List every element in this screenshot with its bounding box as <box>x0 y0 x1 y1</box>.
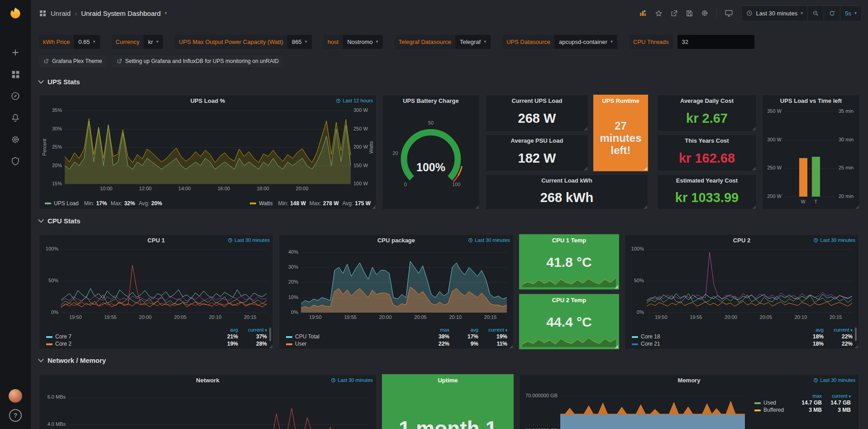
axis-tick: 25 min <box>839 165 854 170</box>
legend-sort-max[interactable]: max <box>423 327 452 333</box>
legend-sort-max[interactable]: max <box>795 393 824 399</box>
legend-series-name[interactable]: UPS Load <box>54 200 79 207</box>
series-dash <box>250 202 256 204</box>
axis-tick: 19:50 <box>305 314 326 320</box>
refresh-icon <box>829 10 835 17</box>
variable-value-dropdown[interactable]: 865▾ <box>287 35 312 49</box>
legend-scrollbar[interactable] <box>269 328 271 341</box>
dashboard-title[interactable]: Unraid System Dashboard <box>81 10 161 17</box>
user-avatar[interactable] <box>9 389 22 403</box>
y-axis-title: Percent <box>42 111 47 184</box>
star-button[interactable] <box>651 6 666 20</box>
row-header-network-memory[interactable]: Network / Memory <box>39 357 106 364</box>
variable-value-dropdown[interactable]: Telegraf▾ <box>455 35 491 49</box>
legend-scrollbar[interactable] <box>855 328 857 341</box>
panel-title[interactable]: Current UPS Load <box>512 97 563 104</box>
legend-sort-current[interactable]: current▾ <box>824 393 853 399</box>
axis-tick: 20:10 <box>444 314 466 320</box>
create-button[interactable] <box>6 43 24 62</box>
graph-cpu-2[interactable]: 0%50%100%19:5019:5520:0020:0520:1020:15 <box>627 246 857 322</box>
legend-sort-current[interactable]: current▾ <box>240 327 269 333</box>
variable-label: UPS Datasource <box>502 35 554 49</box>
panel-title[interactable]: CPU 2 <box>733 237 750 244</box>
explore-button[interactable] <box>6 87 24 105</box>
server-admin-button[interactable] <box>6 152 24 170</box>
panel-time-override[interactable]: Last 30 minutes <box>813 237 855 243</box>
panel-title[interactable]: This Years Cost <box>685 137 729 144</box>
refresh-interval-select[interactable]: 5s ▾ <box>840 6 861 21</box>
panel-title[interactable]: Average PSU Load <box>511 137 563 144</box>
legend-series-name[interactable]: Core 21 <box>641 341 660 347</box>
panel-title[interactable]: Uptime <box>438 377 458 384</box>
legend-sort-avg[interactable]: avg <box>797 327 826 333</box>
variable-value-dropdown[interactable]: apcupsd-container▾ <box>554 35 617 49</box>
panel-time-override[interactable]: Last 30 minutes <box>228 237 270 243</box>
panel-title[interactable]: Average Daily Cost <box>680 97 734 104</box>
panel-title[interactable]: Memory <box>678 377 701 384</box>
help-button[interactable]: ? <box>9 409 22 422</box>
panel-title[interactable]: UPS Load % <box>191 97 225 104</box>
legend-series-name[interactable]: CPU Total <box>295 333 320 340</box>
bar-T <box>812 157 820 197</box>
cycle-view-button[interactable] <box>721 6 736 20</box>
legend-series-name[interactable]: User <box>295 341 306 347</box>
cpu-threads-input[interactable] <box>677 35 754 49</box>
legend-sort-current[interactable]: current▾ <box>481 327 510 333</box>
graph-ups-load[interactable]: 15%20%25%30%35%100 W150 W200 W250 W300 W… <box>41 107 374 194</box>
configuration-button[interactable] <box>6 130 24 149</box>
panel-title[interactable]: UPS Runtime <box>602 97 639 104</box>
legend-series-name[interactable]: Buffered <box>763 407 784 413</box>
panel-time-override[interactable]: Last 30 minutes <box>468 237 510 243</box>
dashboard-link[interactable]: Setting up Grafana and InfluxDB for UPS … <box>112 55 284 67</box>
panel-title[interactable]: CPU 1 <box>148 237 165 244</box>
graph-network[interactable]: 2.0 MBs4.0 MBs6.0 MBs <box>41 386 374 429</box>
legend-series-name[interactable]: Used <box>763 400 776 406</box>
chevron-down-icon: ▾ <box>376 39 378 44</box>
dashboard-link[interactable]: Grafana Plex Theme <box>39 55 107 67</box>
grafana-logo[interactable] <box>6 5 24 23</box>
panel-title[interactable]: UPS Load vs Time left <box>780 97 842 104</box>
variable-value-dropdown[interactable]: Nostromo▾ <box>343 35 382 49</box>
panel-time-override[interactable]: Last 30 minutes <box>331 377 373 383</box>
graph-cpu-1[interactable]: 0%50%100%19:5019:5520:0020:0520:1020:15 <box>41 246 271 322</box>
dashboards-button[interactable] <box>6 65 24 83</box>
legend-series-name[interactable]: Core 2 <box>55 341 72 347</box>
variable-value-dropdown[interactable]: kr▾ <box>143 35 163 49</box>
share-button[interactable] <box>667 6 681 20</box>
legend-sort-current[interactable]: current▾ <box>826 327 855 333</box>
axis-tick: 250 W <box>763 165 782 170</box>
legend-series-name[interactable]: Watts <box>259 200 272 207</box>
bar-chart-ups-vs-time[interactable]: 200 W250 W300 W350 W20 min25 min30 min35… <box>763 107 858 207</box>
add-panel-button[interactable] <box>636 6 650 20</box>
zoom-out-button[interactable] <box>807 6 824 21</box>
stat-value: 1 month 1 <box>382 386 513 429</box>
panel-title[interactable]: Network <box>196 377 219 384</box>
dashboard-settings-button[interactable] <box>697 6 712 20</box>
alerting-button[interactable] <box>6 109 24 127</box>
panel-title[interactable]: CPU 1 Temp <box>552 237 587 244</box>
save-button[interactable] <box>682 6 696 20</box>
panel-time-override[interactable]: Last 12 hours <box>336 98 373 103</box>
panel-time-override[interactable]: Last 30 minutes <box>813 377 855 383</box>
legend-sort-avg[interactable]: avg <box>211 327 240 333</box>
legend-series-name[interactable]: Core 7 <box>55 333 72 340</box>
axis-tick: 20:15 <box>480 314 501 320</box>
panel-title[interactable]: Current Load kWh <box>541 177 592 184</box>
panel-title[interactable]: CPU 2 Temp <box>552 297 587 304</box>
graph-cpu-package[interactable]: 0%10%20%30%40%19:5019:5520:0020:0520:102… <box>281 246 511 322</box>
panel-title[interactable]: Estimated Yearly Cost <box>676 177 738 184</box>
time-range-picker[interactable]: Last 30 minutes ▾ <box>742 6 807 21</box>
variable-host: host Nostromo▾ <box>324 35 383 49</box>
breadcrumb-app[interactable]: Unraid <box>51 10 71 17</box>
navbar: Unraid › Unraid System Dashboard ▾ <box>31 0 868 26</box>
variable-value-dropdown[interactable]: 0.65▾ <box>74 35 100 49</box>
row-header-cpu-stats[interactable]: CPU Stats <box>39 217 81 225</box>
graph-memory[interactable]: 50.000000 GB60.000000 GB70.000000 GB <box>521 386 746 429</box>
refresh-button[interactable] <box>824 6 840 21</box>
legend-sort-avg[interactable]: avg <box>452 327 481 333</box>
chevron-down-icon[interactable]: ▾ <box>165 11 167 15</box>
panel-title[interactable]: CPU package <box>377 237 415 244</box>
row-header-ups-stats[interactable]: UPS Stats <box>39 78 80 86</box>
panel-title[interactable]: UPS Battery Charge <box>403 97 459 104</box>
legend-series-name[interactable]: Core 18 <box>641 333 660 340</box>
